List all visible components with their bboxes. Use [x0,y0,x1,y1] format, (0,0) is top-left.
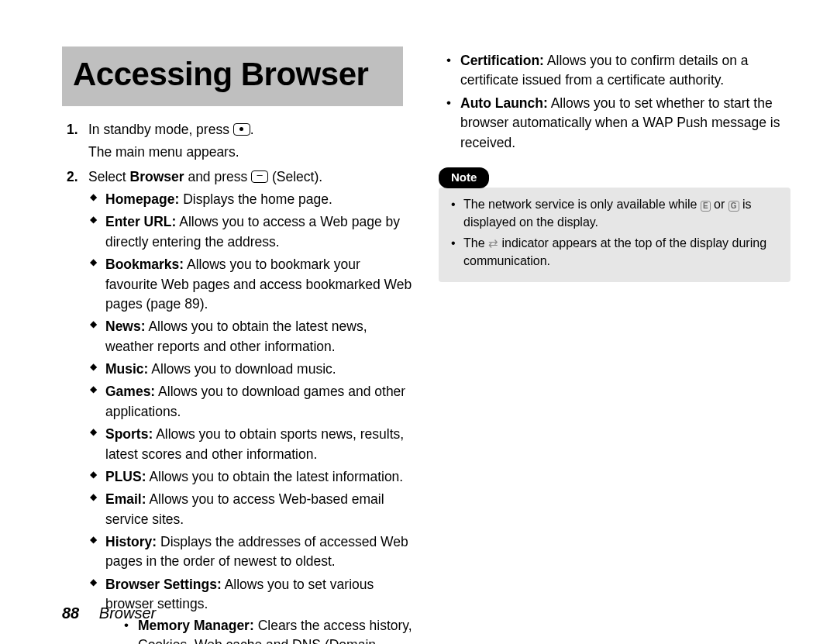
note-item-1: The network service is only available wh… [451,195,778,231]
menu-enter-url: Enter URL: Allows you to access a Web pa… [88,212,414,252]
menu-homepage: Homepage: Displays the home page. [88,190,414,209]
step-1-text-b: . [250,122,254,137]
step-1-number: 1. [67,120,78,139]
step-1-text-a: In standby mode, press [88,122,233,137]
footer-section: Browser [99,604,156,622]
step-1-sub: The main menu appears. [88,143,414,162]
step-2-browser: Browser [130,169,184,184]
setting-memory-manager: Memory Manager: Clears the access histor… [124,616,414,644]
menu-email: Email: Allows you to access Web-based em… [88,490,414,529]
title-text: Accessing Browser [73,51,392,98]
center-key-icon [233,123,250,136]
page-footer: 88 Browser [62,604,156,622]
step-2-number: 2. [67,167,78,187]
menu-music: Music: Allows you to download music. [88,360,414,379]
menu-news: News: Allows you to obtain the latest ne… [88,317,414,356]
menu-bookmarks: Bookmarks: Allows you to bookmark your f… [88,255,414,314]
menu-sports: Sports: Allows you to obtain sports news… [88,425,414,464]
menu-history: History: Displays the addresses of acces… [88,532,414,572]
step-1: 1. In standby mode, press . The main men… [67,120,414,163]
setting-auto-launch: Auto Launch: Allows you to set whether t… [446,94,790,153]
page-number: 88 [62,604,79,622]
setting-certification: Certification: Allows you to confirm det… [446,51,790,91]
step-2-text-d: (Select). [268,169,322,184]
menu-plus: PLUS: Allows you to obtain the latest in… [88,467,414,487]
section-title: Accessing Browser [62,46,403,106]
e-network-icon: E [701,201,711,212]
menu-games: Games: Allows you to download games and … [88,382,414,422]
note-label: Note [439,167,489,188]
note-box: The network service is only available wh… [439,188,790,283]
communication-icon: ⇄ [488,235,498,252]
note-item-2: The ⇄ indicator appears at the top of th… [451,234,778,270]
softkey-icon [251,170,268,183]
step-2: 2. Select Browser and press (Select). Ho… [67,167,414,644]
g-network-icon: G [728,201,739,212]
step-2-text-c: and press [184,169,252,184]
step-2-text-a: Select [88,169,130,184]
